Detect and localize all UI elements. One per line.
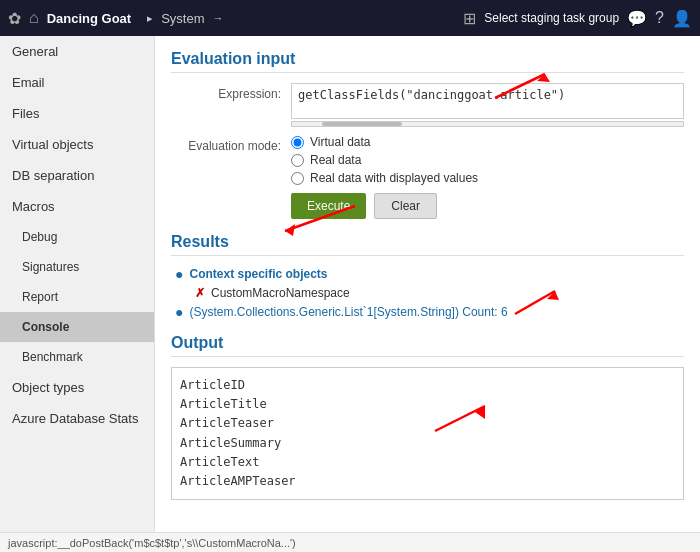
button-row: Execute Clear xyxy=(291,193,684,219)
user-icon[interactable]: 👤 xyxy=(672,9,692,28)
sidebar-item-email[interactable]: Email xyxy=(0,67,154,98)
system-label: System xyxy=(161,11,204,26)
expression-box[interactable]: getClassFields("dancinggoat.article") xyxy=(291,83,684,119)
brand-arrow: ▸ xyxy=(147,12,153,25)
sidebar-item-virtual-objects[interactable]: Virtual objects xyxy=(0,129,154,160)
sidebar-item-debug[interactable]: Debug xyxy=(0,222,154,252)
eval-section: Evaluation input Expression: getClassFie… xyxy=(171,50,684,219)
results-title: Results xyxy=(171,233,684,256)
output-line-5: ArticleText xyxy=(180,453,675,472)
chat-icon[interactable]: 💬 xyxy=(627,9,647,28)
output-section: Output ArticleID ArticleTitle ArticleTea… xyxy=(171,334,684,500)
radio-real-display[interactable]: Real data with displayed values xyxy=(291,171,684,185)
sidebar-item-report[interactable]: Report xyxy=(0,282,154,312)
output-line-1: ArticleID xyxy=(180,376,675,395)
expression-scrollbar xyxy=(291,121,684,127)
radio-virtual-label: Virtual data xyxy=(310,135,371,149)
statusbar-text: javascript:__doPostBack('m$c$t$tp','s\\C… xyxy=(8,537,296,549)
results-list: ● Context specific objects ✗ CustomMacro… xyxy=(171,266,684,320)
context-sub-item: ✗ CustomMacroNamespace xyxy=(195,286,684,300)
staging-button[interactable]: Select staging task group xyxy=(484,11,619,25)
context-objects-item: ● Context specific objects xyxy=(175,266,684,282)
context-sub-label: CustomMacroNamespace xyxy=(211,286,350,300)
main-layout: General Email Files Virtual objects DB s… xyxy=(0,36,700,532)
sidebar-item-object-types[interactable]: Object types xyxy=(0,372,154,403)
context-x-icon: ✗ xyxy=(195,286,205,300)
sidebar-item-db-separation[interactable]: DB separation xyxy=(0,160,154,191)
output-line-2: ArticleTitle xyxy=(180,395,675,414)
output-line-6: ArticleAMPTeaser xyxy=(180,472,675,491)
sidebar-item-azure-db[interactable]: Azure Database Stats xyxy=(0,403,154,434)
clear-button[interactable]: Clear xyxy=(374,193,437,219)
execute-button[interactable]: Execute xyxy=(291,193,366,219)
eval-mode-row: Evaluation mode: Virtual data Real data xyxy=(171,135,684,185)
eval-mode-label: Evaluation mode: xyxy=(171,135,291,153)
sidebar: General Email Files Virtual objects DB s… xyxy=(0,36,155,532)
context-dot: ● xyxy=(175,266,183,282)
context-label: Context specific objects xyxy=(189,267,327,281)
sidebar-item-console[interactable]: Console xyxy=(0,312,154,342)
radio-real-label: Real data xyxy=(310,153,361,167)
expression-control: getClassFields("dancinggoat.article") xyxy=(291,83,684,127)
radio-virtual-input[interactable] xyxy=(291,136,304,149)
result-link[interactable]: (System.Collections.Generic.List`1[Syste… xyxy=(189,305,507,319)
eval-mode-control: Virtual data Real data Real data with di… xyxy=(291,135,684,185)
topbar: ✿ ⌂ Dancing Goat ▸ System → ⊞ Select sta… xyxy=(0,0,700,36)
output-box: ArticleID ArticleTitle ArticleTeaser Art… xyxy=(171,367,684,500)
result-link-item: ● (System.Collections.Generic.List`1[Sys… xyxy=(175,304,684,320)
help-icon[interactable]: ? xyxy=(655,9,664,27)
radio-real-display-label: Real data with displayed values xyxy=(310,171,478,185)
logo-icon[interactable]: ✿ xyxy=(8,9,21,28)
output-title: Output xyxy=(171,334,684,357)
sidebar-item-files[interactable]: Files xyxy=(0,98,154,129)
system-arrow: → xyxy=(213,12,224,24)
scrollbar-thumb xyxy=(322,122,402,126)
radio-real-display-input[interactable] xyxy=(291,172,304,185)
expression-row: Expression: getClassFields("dancinggoat.… xyxy=(171,83,684,127)
content-area: Evaluation input Expression: getClassFie… xyxy=(155,36,700,532)
statusbar: javascript:__doPostBack('m$c$t$tp','s\\C… xyxy=(0,532,700,552)
home-icon[interactable]: ⌂ xyxy=(29,9,39,27)
radio-real[interactable]: Real data xyxy=(291,153,684,167)
output-line-4: ArticleSummary xyxy=(180,434,675,453)
sidebar-item-signatures[interactable]: Signatures xyxy=(0,252,154,282)
expression-label: Expression: xyxy=(171,83,291,101)
brand-name: Dancing Goat xyxy=(47,11,132,26)
sidebar-item-general[interactable]: General xyxy=(0,36,154,67)
radio-real-input[interactable] xyxy=(291,154,304,167)
output-line-3: ArticleTeaser xyxy=(180,414,675,433)
sidebar-item-macros[interactable]: Macros xyxy=(0,191,154,222)
screen-icon[interactable]: ⊞ xyxy=(463,9,476,28)
eval-title: Evaluation input xyxy=(171,50,684,73)
expression-value: getClassFields("dancinggoat.article") xyxy=(298,88,565,102)
results-section: Results ● Context specific objects ✗ Cus… xyxy=(171,233,684,320)
result-dot2: ● xyxy=(175,304,183,320)
radio-group: Virtual data Real data Real data with di… xyxy=(291,135,684,185)
radio-virtual[interactable]: Virtual data xyxy=(291,135,684,149)
sidebar-item-benchmark[interactable]: Benchmark xyxy=(0,342,154,372)
